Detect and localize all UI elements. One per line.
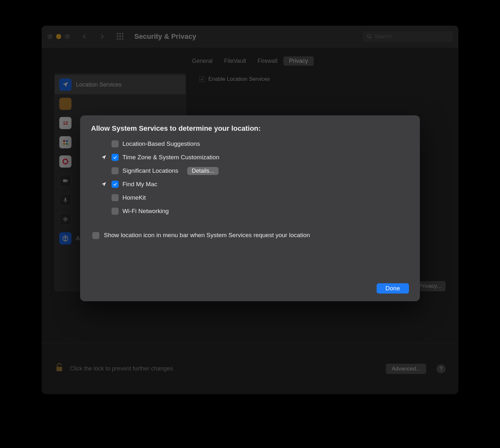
sheet-title: Allow System Services to determine your … (91, 124, 409, 133)
window-title: Security & Privacy (134, 32, 196, 41)
tab-general[interactable]: General (186, 56, 218, 66)
microphone-icon (59, 194, 71, 206)
unlock-icon[interactable] (54, 362, 64, 375)
traffic-lights (47, 34, 70, 39)
significant-locations-details-button[interactable]: Details... (187, 167, 219, 175)
option-label: Time Zone & System Customization (122, 154, 219, 161)
show-location-icon-row: Show location icon in menu bar when Syst… (91, 231, 409, 239)
photos-icon (59, 155, 71, 168)
zoom-window-button[interactable] (65, 34, 70, 39)
show-location-icon-label: Show location icon in menu bar when Syst… (104, 231, 310, 239)
accessibility-icon (59, 232, 71, 245)
option-label: HomeKit (122, 194, 146, 201)
checkbox-significant-locations[interactable] (112, 167, 119, 174)
close-window-button[interactable] (47, 34, 53, 39)
enable-location-services-row: Enable Location Services (199, 76, 446, 82)
sidebar-item-contacts[interactable] (55, 94, 186, 113)
tab-privacy[interactable]: Privacy (283, 56, 314, 66)
enable-location-services-label: Enable Location Services (208, 76, 270, 82)
checkbox-time-zone[interactable] (112, 154, 119, 161)
option-time-zone: Time Zone & System Customization (100, 151, 409, 164)
tab-bar: General FileVault Firewall Privacy (54, 56, 446, 66)
tab-filevault[interactable]: FileVault (218, 56, 252, 66)
help-button[interactable]: ? (437, 364, 446, 373)
back-button[interactable] (80, 32, 89, 41)
option-label: Location-Based Suggestions (122, 140, 200, 147)
option-wifi-networking: Wi-Fi Networking (100, 204, 409, 218)
option-label: Significant Locations (122, 167, 178, 174)
option-homekit: HomeKit (100, 191, 409, 204)
tab-firewall[interactable]: Firewall (252, 56, 283, 66)
titlebar: Security & Privacy (42, 26, 458, 47)
sidebar-item-location-services[interactable]: Location Services (55, 75, 186, 94)
option-significant-locations: Significant Locations Details... (100, 164, 409, 178)
checkbox-homekit[interactable] (112, 194, 119, 201)
option-label: Wi-Fi Networking (122, 208, 169, 215)
reminders-icon (59, 136, 71, 148)
sidebar-item-label: Location Services (76, 81, 121, 88)
svg-rect-11 (56, 367, 62, 371)
svg-point-10 (65, 236, 66, 237)
minimize-window-button[interactable] (56, 34, 61, 39)
search-field[interactable] (363, 31, 453, 42)
lock-hint-text: Click the lock to prevent further change… (70, 365, 174, 372)
location-indicator-icon (100, 181, 108, 187)
forward-button[interactable] (97, 32, 106, 41)
advanced-button[interactable]: Advanced... (386, 364, 426, 374)
enable-location-services-checkbox[interactable] (199, 76, 205, 82)
search-icon (367, 34, 372, 39)
search-input[interactable] (374, 33, 449, 40)
show-all-prefs-button[interactable] (117, 33, 123, 40)
svg-rect-2 (65, 198, 66, 201)
window-footer: Click the lock to prevent further change… (42, 343, 458, 394)
speech-icon (59, 213, 71, 225)
contacts-icon (59, 98, 71, 110)
camera-icon (59, 175, 71, 187)
checkbox-show-location-menubar[interactable] (92, 232, 99, 239)
location-indicator-icon (100, 154, 108, 160)
checkbox-location-based-suggestions[interactable] (112, 140, 119, 147)
checkbox-find-my-mac[interactable] (112, 181, 119, 188)
system-services-location-sheet: Allow System Services to determine your … (80, 115, 420, 301)
option-label: Find My Mac (122, 181, 157, 188)
location-arrow-icon (59, 79, 71, 91)
option-find-my-mac: Find My Mac (100, 178, 409, 191)
done-button[interactable]: Done (377, 283, 409, 294)
system-services-list: Location-Based Suggestions Time Zone & S… (91, 137, 409, 218)
checkbox-wifi-networking[interactable] (112, 208, 119, 215)
option-location-based-suggestions: Location-Based Suggestions (100, 137, 409, 151)
calendar-icon: 12 (59, 117, 71, 129)
svg-point-0 (63, 159, 68, 164)
svg-rect-1 (63, 179, 67, 182)
